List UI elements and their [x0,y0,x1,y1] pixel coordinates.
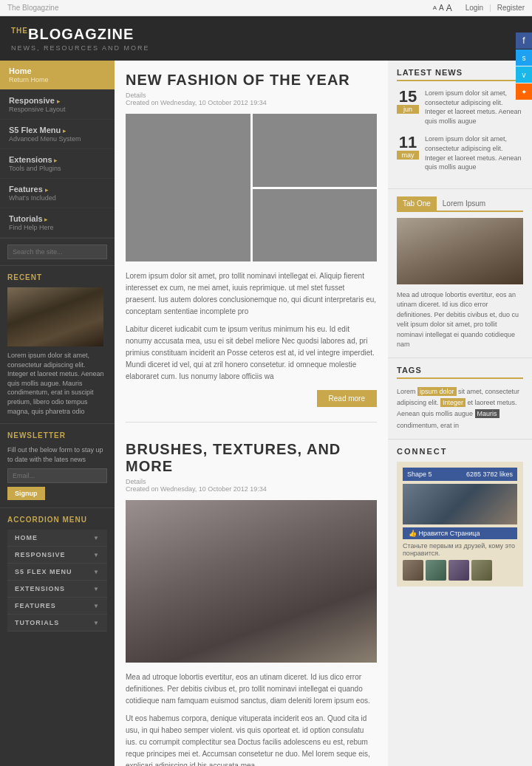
accordion-item-extensions[interactable]: EXTENSIONS ▼ [7,581,107,598]
accordion-item-tutorials[interactable]: TUTORIALS ▼ [7,615,107,632]
tab-1-button[interactable]: Tab One [397,196,437,211]
accordion-item-flexmenu[interactable]: S5 FLEX MENU ▼ [7,564,107,581]
recent-image [7,287,103,346]
tabs-widget: Tab One Lorem Ipsum Mea ad utroque lobor… [388,189,532,358]
site-header: THEBLOGAGZINE NEWS, RESOURCES AND MORE f… [0,16,532,61]
main-layout: Home Return Home Responsive ▸ Responsive… [0,61,532,766]
sidebar-item-tutorials[interactable]: Tutorials ▸ Find Help Here [0,208,115,238]
article-1-images [126,114,377,261]
tag-ipsum[interactable]: ipsum dolor [417,387,457,396]
news-month-2: may [397,151,419,160]
news-item-2: 11 may Lorem ipsum dolor sit amet, conse… [397,134,523,171]
fb-page-name: Shape 5 [407,471,432,478]
article-1-image-3 [253,189,378,262]
font-large[interactable]: A [446,3,452,13]
sidebar-recent-section: RECENT Lorem ipsum dolor sit amet, conse… [0,266,115,424]
accordion-arrow: ▼ [93,620,100,626]
news-day-2: 11 [397,134,419,151]
accordion-menu-section: ACCORDION MENU HOME ▼ RESPONSIVE ▼ S5 FL… [0,508,115,639]
article-2-text-1: Mea ad utroque lobortis evertitur, eos a… [126,671,377,707]
accordion-title: ACCORDION MENU [7,516,107,524]
search-input[interactable] [7,244,107,259]
font-small[interactable]: A [433,4,437,11]
vimeo-icon[interactable]: v [516,66,532,83]
newsletter-description: Fill out the below form to stay up to da… [7,445,107,464]
right-sidebar: LATEST NEWS 15 jun Lorem ipsum dolor sit… [388,61,532,766]
sidebar-item-responsive[interactable]: Responsive ▸ Responsive Layout [0,90,115,120]
main-content: NEW FASHION OF THE YEAR Details Created … [115,61,388,766]
accordion-arrow: ▼ [93,586,100,592]
register-link[interactable]: Register [497,4,525,12]
avatar-1 [403,560,423,581]
article-2-title: BRUSHES, TEXTURES, AND MORE [126,441,377,475]
readmore-button-1[interactable]: Read more [317,390,377,407]
article-1-image-1 [126,114,250,261]
fb-cover-image [403,484,517,524]
fb-friend-text: Станьте первым из друзей, кому это понра… [403,542,517,557]
article-1-meta: Details Created on Wednesday, 10 October… [126,92,377,106]
rss-icon[interactable]: ✦ [516,83,532,100]
sidebar-item-flexmenu[interactable]: S5 Flex Menu ▸ Advanced Menu System [0,120,115,149]
font-medium[interactable]: A [439,4,444,12]
article-2-meta: Details Created on Wednesday, 10 October… [126,478,377,493]
nav-menu: Home Return Home Responsive ▸ Responsive… [0,61,115,239]
fb-avatars [403,560,517,581]
news-text-2: Lorem ipsum dolor sit amet, consectetur … [425,134,523,171]
facebook-icon[interactable]: f [516,33,532,49]
twitter-icon[interactable]: s [516,49,532,66]
news-item-1: 15 jun Lorem ipsum dolor sit amet, conse… [397,89,523,126]
left-sidebar: Home Return Home Responsive ▸ Responsive… [0,61,115,766]
site-title: THEBLOGAGZINE [11,26,150,43]
signup-button[interactable]: Signup [7,487,45,500]
sidebar-search-section [0,239,115,266]
article-2: BRUSHES, TEXTURES, AND MORE Details Crea… [126,441,377,766]
sidebar-item-features[interactable]: Features ▸ What's Included [0,179,115,208]
tags-content: Lorem ipsum dolor sit amet, consectetur … [397,386,523,431]
tab-content-image [397,218,523,284]
news-date-1: 15 jun [397,89,419,126]
site-tagline: NEWS, RESOURCES AND MORE [11,44,150,52]
fb-page-header: Shape 5 6285 3782 likes [403,468,517,481]
font-size-controls[interactable]: A A A [433,3,452,13]
sidebar-item-home[interactable]: Home Return Home [0,61,115,90]
article-1: NEW FASHION OF THE YEAR Details Created … [126,72,377,423]
tags-widget: TAGS Lorem ipsum dolor sit amet, consect… [388,358,532,440]
accordion-item-responsive[interactable]: RESPONSIVE ▼ [7,547,107,564]
news-month-1: jun [397,105,419,114]
article-1-readmore: Read more [126,390,377,407]
fb-like-button[interactable]: 👍 Нравится Страница [403,527,517,539]
article-1-text-1: Lorem ipsum dolor sit amet, pro tollit n… [126,270,377,318]
article-2-image [126,500,377,663]
news-text-1: Lorem ipsum dolor sit amet, consectetur … [425,89,523,126]
latest-news-widget: LATEST NEWS 15 jun Lorem ipsum dolor sit… [388,61,532,189]
tags-title: TAGS [397,366,523,379]
connect-title: CONNECT [397,447,523,456]
title-pre: THE [11,27,28,35]
article-1-image-2 [253,114,378,187]
accordion-item-home[interactable]: HOME ▼ [7,530,107,547]
tag-mauris[interactable]: Mauris [475,409,499,418]
news-day-1: 15 [397,89,419,105]
accordion-item-features[interactable]: FEATURES ▼ [7,598,107,615]
avatar-4 [471,560,492,581]
article-1-text-2: Labitur diceret iudicabit cum te ipsum v… [126,324,377,383]
tabs-header: Tab One Lorem Ipsum [397,196,523,212]
news-date-2: 11 may [397,134,419,171]
connect-box: Shape 5 6285 3782 likes 👍 Нравится Стран… [397,462,523,587]
tag-integer[interactable]: Integer [440,398,466,407]
accordion-arrow: ▼ [93,603,100,609]
avatar-2 [426,560,446,581]
login-link[interactable]: Login [466,4,483,12]
sidebar-newsletter-section: NEWSLETTER Fill out the below form to st… [0,424,115,508]
tab-content-text: Mea ad utroque lobortis evertitur, eos a… [397,290,523,350]
title-main: BLOGAGZINE [28,26,134,42]
top-bar: The Blogagzine A A A Login | Register [0,0,532,16]
connect-widget: CONNECT Shape 5 6285 3782 likes 👍 Нравит… [388,440,532,594]
accordion-arrow: ▼ [93,552,100,558]
article-1-title: NEW FASHION OF THE YEAR [126,72,377,89]
tab-2-button[interactable]: Lorem Ipsum [437,196,491,211]
recent-title: RECENT [7,273,107,281]
sidebar-item-extensions[interactable]: Extensions ▸ Tools and Plugins [0,149,115,179]
newsletter-title: NEWSLETTER [7,431,107,440]
newsletter-email-input[interactable] [7,468,107,483]
